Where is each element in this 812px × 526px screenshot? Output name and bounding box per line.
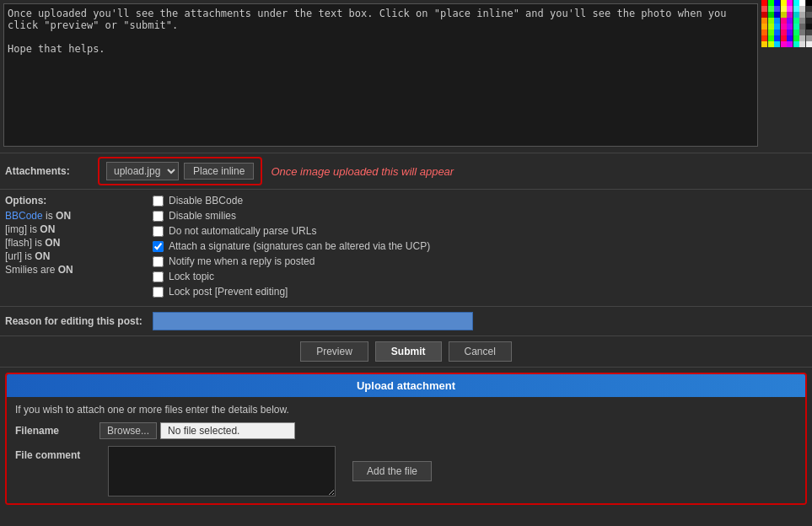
upload-panel-body: If you wish to attach one or more files … [7,397,805,503]
color-cell[interactable] [799,24,805,30]
color-cell[interactable] [787,12,793,18]
color-cell[interactable] [793,12,799,18]
color-cell[interactable] [768,12,774,18]
color-cell[interactable] [768,30,774,35]
color-cell[interactable] [774,12,780,18]
color-cell[interactable] [774,24,780,30]
cancel-button[interactable]: Cancel [449,341,512,362]
checkbox-0[interactable] [153,196,164,207]
browse-button[interactable]: Browse... [99,422,157,439]
color-cell[interactable] [806,41,812,47]
color-cell[interactable] [781,41,787,47]
color-cell[interactable] [787,0,793,6]
color-cell[interactable] [793,35,799,41]
checkbox-2[interactable] [153,226,164,237]
color-cell[interactable] [806,18,812,24]
file-comment-label: File comment [15,446,99,461]
attachments-label: Attachments: [5,165,89,177]
color-cell[interactable] [793,6,799,12]
checkbox-row: Notify me when a reply is posted [153,255,807,267]
color-cell[interactable] [787,41,793,47]
option-img: [img] is ON [5,223,153,235]
color-cell[interactable] [774,30,780,35]
color-cell[interactable] [768,41,774,47]
color-cell[interactable] [774,18,780,24]
color-cell[interactable] [761,18,767,24]
color-cell[interactable] [806,0,812,6]
color-cell[interactable] [799,0,805,6]
color-cell[interactable] [761,30,767,35]
color-cell[interactable] [799,35,805,41]
options-checkboxes: Disable BBCodeDisable smiliesDo not auto… [153,195,807,301]
color-cell[interactable] [768,24,774,30]
color-cell[interactable] [799,41,805,47]
checkbox-1[interactable] [153,211,164,222]
submit-button[interactable]: Submit [375,341,442,362]
color-cell[interactable] [768,0,774,6]
color-cell[interactable] [761,12,767,18]
reason-input[interactable] [153,312,473,330]
color-cell[interactable] [761,35,767,41]
top-section [0,0,812,153]
color-cell[interactable] [761,6,767,12]
color-cell[interactable] [793,0,799,6]
option-url: [url] is ON [5,250,153,262]
option-flash: [flash] is ON [5,237,153,249]
checkbox-label: Notify me when a reply is posted [169,255,315,267]
color-cell[interactable] [774,35,780,41]
color-cell[interactable] [761,41,767,47]
color-cell[interactable] [781,30,787,35]
checkbox-6[interactable] [153,287,164,298]
checkbox-4[interactable] [153,256,164,267]
color-cell[interactable] [799,6,805,12]
color-cell[interactable] [799,30,805,35]
color-cell[interactable] [799,18,805,24]
color-cell[interactable] [774,0,780,6]
attachments-row: Attachments: upload.jpg Place inline Onc… [0,153,812,190]
checkbox-3[interactable] [153,241,164,252]
color-cell[interactable] [787,35,793,41]
main-textarea[interactable] [3,3,758,147]
color-cell[interactable] [787,6,793,12]
color-cell[interactable] [781,18,787,24]
color-cell[interactable] [793,18,799,24]
color-cell[interactable] [793,41,799,47]
filename-row: Filename Browse... No file selected. [15,422,797,439]
color-cell[interactable] [774,41,780,47]
color-cell[interactable] [787,30,793,35]
color-cell[interactable] [806,30,812,35]
attachment-select[interactable]: upload.jpg [106,162,179,180]
color-cell[interactable] [768,18,774,24]
color-cell[interactable] [781,6,787,12]
color-cell[interactable] [781,24,787,30]
color-cell[interactable] [793,30,799,35]
color-cell[interactable] [781,12,787,18]
options-section: Options: BBCode is ON [img] is ON [flash… [0,190,812,307]
color-cell[interactable] [793,24,799,30]
color-cell[interactable] [799,12,805,18]
color-cell[interactable] [781,0,787,6]
option-bbcode: BBCode is ON [5,210,153,222]
color-cell[interactable] [768,6,774,12]
color-cell[interactable] [761,0,767,6]
bbcode-link[interactable]: BBCode [5,210,43,222]
file-comment-textarea[interactable] [108,446,336,496]
preview-button[interactable]: Preview [300,341,368,362]
checkbox-row: Lock post [Prevent editing] [153,286,807,298]
upload-intro: If you wish to attach one or more files … [15,404,797,416]
color-cell[interactable] [761,24,767,30]
color-cell[interactable] [787,18,793,24]
color-cell[interactable] [768,35,774,41]
color-cell[interactable] [781,35,787,41]
color-cell[interactable] [806,24,812,30]
color-cell[interactable] [806,35,812,41]
place-inline-button[interactable]: Place inline [184,163,254,180]
add-file-button[interactable]: Add the file [352,461,432,481]
checkbox-row: Disable smilies [153,210,807,222]
color-cell[interactable] [806,6,812,12]
reason-label: Reason for editing this post: [5,315,153,327]
color-cell[interactable] [787,24,793,30]
color-cell[interactable] [774,6,780,12]
color-cell[interactable] [806,12,812,18]
checkbox-5[interactable] [153,271,164,282]
